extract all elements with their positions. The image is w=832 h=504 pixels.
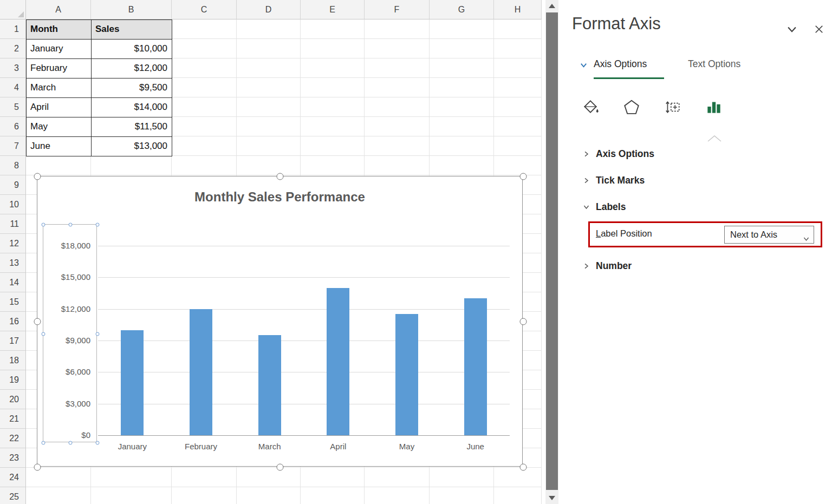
chart-bar-january[interactable] — [121, 330, 144, 435]
table-cell[interactable]: June — [27, 137, 92, 156]
axis-selection-handle[interactable] — [69, 223, 73, 227]
table-row: February$12,000 — [27, 59, 172, 78]
chart-selection-handle[interactable] — [277, 464, 284, 471]
row-header-23[interactable]: 23 — [0, 448, 26, 468]
table-row: January$10,000 — [27, 40, 172, 59]
axis-selection-handle[interactable] — [96, 332, 100, 336]
row-header-10[interactable]: 10 — [0, 195, 26, 214]
table-cell[interactable]: $10,000 — [92, 40, 172, 59]
column-header-F[interactable]: F — [365, 0, 430, 19]
table-cell[interactable]: April — [27, 98, 92, 117]
axis-chart-icon[interactable] — [702, 95, 726, 119]
row-header-2[interactable]: 2 — [0, 39, 26, 58]
select-all-corner[interactable] — [0, 0, 26, 19]
row-header-22[interactable]: 22 — [0, 429, 26, 448]
column-header-A[interactable]: A — [26, 0, 91, 19]
row-header-19[interactable]: 19 — [0, 370, 26, 390]
scroll-down-button[interactable] — [545, 492, 558, 504]
column-header-B[interactable]: B — [91, 0, 172, 19]
tab-text-options[interactable]: Text Options — [688, 58, 740, 70]
row-header-11[interactable]: 11 — [0, 214, 26, 234]
section-number[interactable]: Number — [563, 259, 832, 276]
table-header-cell[interactable]: Sales — [92, 20, 172, 40]
pane-collapse-button[interactable] — [784, 22, 800, 37]
row-header-20[interactable]: 20 — [0, 390, 26, 409]
table-cell[interactable]: $13,000 — [92, 137, 172, 156]
chart-selection-handle[interactable] — [520, 318, 527, 325]
row-header-1[interactable]: 1 — [0, 19, 26, 39]
axis-selection-handle[interactable] — [96, 223, 100, 227]
row-header-21[interactable]: 21 — [0, 409, 26, 429]
table-cell[interactable]: $9,500 — [92, 78, 172, 98]
x-axis-label: May — [374, 442, 439, 451]
axis-selection-handle[interactable] — [42, 332, 46, 336]
scroll-up-button[interactable] — [545, 0, 558, 12]
label-position-dropdown[interactable]: Next to Axis — [724, 226, 814, 244]
axis-selection-handle[interactable] — [42, 223, 46, 227]
row-header-3[interactable]: 3 — [0, 58, 26, 78]
row-header-15[interactable]: 15 — [0, 292, 26, 312]
chevron-right-icon — [583, 176, 590, 186]
chart-gridline — [98, 341, 510, 341]
chart-bar-march[interactable] — [258, 335, 281, 435]
table-header-cell[interactable]: Month — [27, 20, 92, 40]
table-cell[interactable]: $14,000 — [92, 98, 172, 117]
row-header-5[interactable]: 5 — [0, 97, 26, 117]
column-header-E[interactable]: E — [301, 0, 365, 19]
row-header-14[interactable]: 14 — [0, 273, 26, 292]
chart-selection-handle[interactable] — [520, 464, 527, 471]
axis-selection-handle[interactable] — [69, 441, 73, 445]
table-cell[interactable]: March — [27, 78, 92, 98]
row-header-25[interactable]: 25 — [0, 487, 26, 504]
table-cell[interactable]: $11,500 — [92, 117, 172, 137]
chart-bar-may[interactable] — [395, 314, 418, 435]
chart-selection-handle[interactable] — [277, 173, 284, 180]
chart-gridline — [98, 246, 510, 246]
effects-icon[interactable] — [620, 95, 644, 119]
chart-selection-handle[interactable] — [34, 318, 41, 325]
row-header-9[interactable]: 9 — [0, 175, 26, 195]
grid-vline — [541, 19, 542, 504]
column-header-G[interactable]: G — [430, 0, 494, 19]
axis-selection-handle[interactable] — [42, 441, 46, 445]
axis-options-dropdown-chevron-icon[interactable] — [580, 61, 588, 71]
row-header-13[interactable]: 13 — [0, 253, 26, 273]
chart-selection-handle[interactable] — [34, 173, 41, 180]
chart-title[interactable]: Monthly Sales Performance — [37, 189, 522, 205]
section-axis-options[interactable]: Axis Options — [563, 147, 832, 163]
chart-selection-handle[interactable] — [520, 173, 527, 180]
row-header-7[interactable]: 7 — [0, 136, 26, 156]
column-header-C[interactable]: C — [172, 0, 237, 19]
row-header-6[interactable]: 6 — [0, 117, 26, 136]
row-header-18[interactable]: 18 — [0, 351, 26, 370]
row-header-12[interactable]: 12 — [0, 234, 26, 253]
axis-selection-handle[interactable] — [96, 441, 100, 445]
section-labels[interactable]: Labels — [563, 200, 832, 217]
column-header-D[interactable]: D — [237, 0, 301, 19]
column-header-H[interactable]: H — [494, 0, 542, 19]
scrollbar-thumb[interactable] — [546, 12, 558, 490]
table-cell[interactable]: $12,000 — [92, 59, 172, 78]
table-cell[interactable]: February — [27, 59, 92, 78]
value-axis-selection-box[interactable] — [43, 224, 97, 442]
table-cell[interactable]: May — [27, 117, 92, 137]
chart-bar-february[interactable] — [190, 309, 212, 435]
chevron-right-icon — [583, 262, 590, 272]
row-header-17[interactable]: 17 — [0, 331, 26, 351]
section-tick-marks[interactable]: Tick Marks — [563, 174, 832, 190]
chart-selection-handle[interactable] — [34, 464, 41, 471]
row-header-16[interactable]: 16 — [0, 312, 26, 331]
pane-close-button[interactable] — [811, 22, 827, 37]
row-header-8[interactable]: 8 — [0, 156, 26, 175]
fill-line-icon[interactable] — [578, 95, 602, 119]
tab-axis-options[interactable]: Axis Options — [594, 58, 647, 70]
table-cell[interactable]: January — [27, 40, 92, 59]
chart-bar-april[interactable] — [327, 288, 349, 435]
x-axis-label: January — [100, 442, 165, 451]
size-properties-icon[interactable] — [661, 95, 685, 119]
row-header-24[interactable]: 24 — [0, 468, 26, 487]
pane-icon-row — [578, 95, 726, 119]
chart-bar-june[interactable] — [464, 298, 487, 435]
chart-object[interactable]: Monthly Sales Performance $18,000$15,000… — [37, 176, 523, 467]
row-header-4[interactable]: 4 — [0, 78, 26, 97]
